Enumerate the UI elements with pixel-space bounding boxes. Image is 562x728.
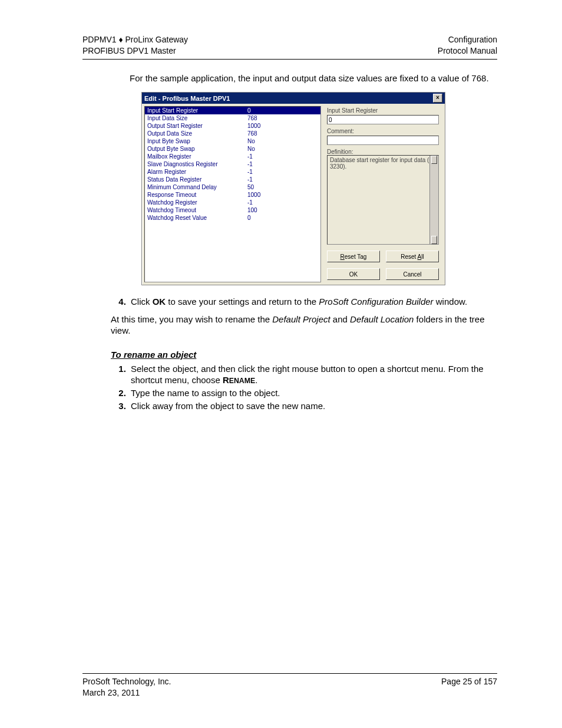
field-label: Input Start Register	[327, 107, 439, 114]
param-row[interactable]: Watchdog Timeout100	[145, 206, 320, 214]
param-value: No	[247, 137, 255, 145]
param-value: 50	[247, 183, 254, 191]
header-left-1: PDPMV1 ♦ ProLinx Gateway	[82, 34, 188, 45]
footer-right-1: Page 25 of 157	[441, 676, 497, 687]
param-name: Slave Diagnostics Register	[147, 160, 247, 168]
param-name: Input Byte Swap	[147, 137, 247, 145]
reset-tag-button[interactable]: Reset Tag	[327, 251, 380, 262]
dialog-title: Edit - Profibus Master DPV1	[144, 95, 230, 102]
param-value: -1	[247, 176, 253, 183]
param-row[interactable]: Minimum Command Delay50	[145, 183, 320, 191]
param-name: Status Data Register	[147, 176, 247, 183]
edit-dialog: Edit - Profibus Master DPV1 × Input Star…	[141, 92, 445, 285]
param-row[interactable]: Mailbox Register-1	[145, 153, 320, 160]
param-value: 1000	[247, 122, 260, 130]
param-name: Minimum Command Delay	[147, 183, 247, 191]
definition-box: Database start register for input data (…	[327, 155, 439, 245]
param-value: 768	[247, 130, 257, 137]
ok-button[interactable]: OK	[327, 268, 380, 280]
param-row[interactable]: Output Byte SwapNo	[145, 145, 320, 153]
rename-intro: At this time, you may wish to rename the…	[111, 314, 497, 337]
param-row[interactable]: Output Data Size768	[145, 130, 320, 137]
param-name: Output Data Size	[147, 130, 247, 137]
step-list-a: Click OK to save your settings and retur…	[111, 296, 497, 308]
param-name: Watchdog Register	[147, 199, 247, 206]
rename-step-2: Type the name to assign to the object.	[128, 387, 497, 399]
footer-rule	[82, 673, 497, 674]
dialog-titlebar: Edit - Profibus Master DPV1 ×	[142, 93, 445, 104]
close-icon[interactable]: ×	[433, 94, 442, 103]
param-value: 1000	[247, 191, 260, 199]
rename-step-3: Click away from the object to save the n…	[128, 400, 497, 412]
param-value: No	[247, 145, 255, 153]
reset-all-button[interactable]: Reset All	[386, 251, 439, 262]
param-name: Input Start Register	[147, 107, 247, 114]
param-value: -1	[247, 168, 253, 176]
param-value: -1	[247, 153, 253, 160]
page-header: PDPMV1 ♦ ProLinx Gateway PROFIBUS DPV1 M…	[82, 34, 497, 57]
parameter-list[interactable]: Input Start Register0Input Data Size768O…	[144, 106, 321, 282]
param-name: Response Timeout	[147, 191, 247, 199]
param-value: -1	[247, 199, 253, 206]
rename-subhead: To rename an object	[111, 350, 497, 360]
definition-label: Definition:	[327, 149, 439, 155]
param-value: -1	[247, 160, 253, 168]
value-input[interactable]	[327, 115, 439, 124]
param-value: 768	[247, 114, 257, 122]
param-name: Alarm Register	[147, 168, 247, 176]
comment-input[interactable]	[327, 136, 439, 145]
param-name: Mailbox Register	[147, 153, 247, 160]
param-name: Output Byte Swap	[147, 145, 247, 153]
param-row[interactable]: Alarm Register-1	[145, 168, 320, 176]
cancel-button[interactable]: Cancel	[386, 268, 439, 280]
definition-text: Database start register for input data (…	[330, 157, 434, 170]
footer-left-2: March 23, 2011	[82, 687, 140, 699]
param-row[interactable]: Response Timeout1000	[145, 191, 320, 199]
header-right-1: Configuration	[438, 34, 497, 45]
param-name: Input Data Size	[147, 114, 247, 122]
param-name: Watchdog Reset Value	[147, 214, 247, 222]
param-row[interactable]: Input Start Register0	[145, 107, 320, 114]
scrollbar[interactable]	[429, 156, 438, 244]
param-row[interactable]: Status Data Register-1	[145, 176, 320, 183]
param-row[interactable]: Input Byte SwapNo	[145, 137, 320, 145]
param-row[interactable]: Watchdog Reset Value0	[145, 214, 320, 222]
header-rule	[82, 59, 497, 60]
header-right-2: Protocol Manual	[438, 45, 497, 57]
page-footer: ProSoft Technology, Inc. Page 25 of 157 …	[82, 673, 497, 699]
rename-step-1: Select the object, and then click the ri…	[128, 363, 497, 386]
param-value: 0	[247, 214, 251, 222]
comment-label: Comment:	[327, 128, 439, 134]
intro-paragraph: For the sample application, the input an…	[130, 73, 497, 84]
header-left-2: PROFIBUS DPV1 Master	[82, 45, 188, 57]
param-name: Watchdog Timeout	[147, 206, 247, 214]
param-value: 100	[247, 206, 257, 214]
step-4: Click OK to save your settings and retur…	[128, 296, 497, 308]
param-name: Output Start Register	[147, 122, 247, 130]
param-row[interactable]: Watchdog Register-1	[145, 199, 320, 206]
rename-steps: Select the object, and then click the ri…	[111, 363, 497, 411]
footer-left-1: ProSoft Technology, Inc.	[82, 676, 171, 687]
param-row[interactable]: Slave Diagnostics Register-1	[145, 160, 320, 168]
param-value: 0	[247, 107, 251, 114]
param-row[interactable]: Input Data Size768	[145, 114, 320, 122]
param-row[interactable]: Output Start Register1000	[145, 122, 320, 130]
